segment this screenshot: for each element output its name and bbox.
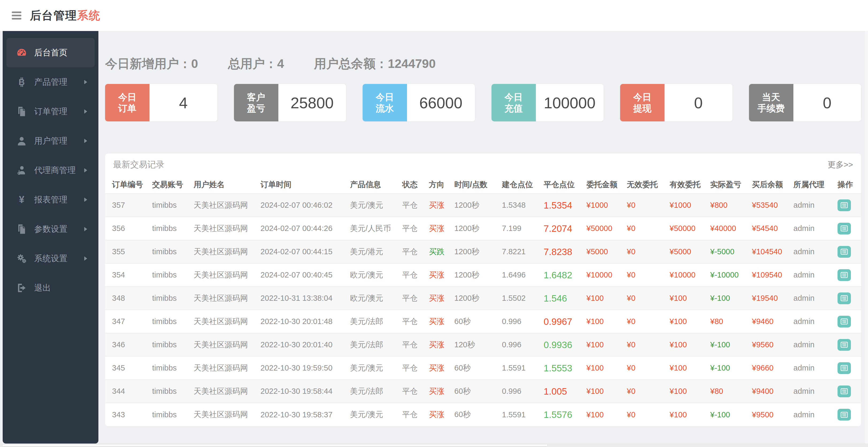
column-header-交易账号: 交易账号 xyxy=(145,176,187,194)
cell-profit: ¥40000 xyxy=(703,217,745,240)
sidebar-item-产品管理[interactable]: B 产品管理 xyxy=(6,67,95,97)
cell-duration: 1200秒 xyxy=(447,194,495,217)
cell-order-time: 2024-02-07 00:44:15 xyxy=(253,240,343,263)
cell-open-point: 1.5348 xyxy=(495,194,537,217)
panel-title: 最新交易记录 xyxy=(113,159,164,170)
detail-button[interactable] xyxy=(838,292,851,304)
cell-agent: admin xyxy=(786,380,831,403)
sidebar-item-系统设置[interactable]: 系统设置 xyxy=(6,244,95,273)
cell-account: timibbs xyxy=(145,217,187,240)
cell-agent: admin xyxy=(786,287,831,310)
column-header-实际盈亏: 实际盈亏 xyxy=(703,176,745,194)
cell-status: 平仓 xyxy=(395,240,422,263)
cell-direction: 买涨 xyxy=(422,310,447,333)
summary-card-value: 0 xyxy=(794,84,861,121)
sidebar-item-label: 退出 xyxy=(34,282,51,293)
stat-value: 4 xyxy=(277,57,284,71)
detail-button[interactable] xyxy=(838,316,851,327)
cell-open-point: 0.996 xyxy=(495,380,537,403)
cell-duration: 1200秒 xyxy=(447,240,495,263)
cell-order-id: 354 xyxy=(105,263,145,287)
cell-actions xyxy=(831,403,861,426)
cell-profit: ¥-100 xyxy=(703,356,745,380)
cell-balance: ¥9460 xyxy=(745,310,786,333)
column-header-建仓点位: 建仓点位 xyxy=(495,176,537,194)
cell-amount: ¥100 xyxy=(580,310,620,333)
column-header-委托金额: 委托金额 xyxy=(580,176,620,194)
copy-icon xyxy=(16,224,27,235)
detail-button[interactable] xyxy=(838,362,851,374)
cell-order-id: 355 xyxy=(105,240,145,263)
cell-profit: ¥-10000 xyxy=(703,263,745,287)
detail-button[interactable] xyxy=(838,223,851,234)
cell-balance: ¥9560 xyxy=(745,333,786,356)
more-link[interactable]: 更多>> xyxy=(828,159,853,170)
cell-profit: ¥800 xyxy=(703,194,745,217)
stat-item: 今日新增用户：0 xyxy=(105,56,198,72)
cell-close-point: 1.5576 xyxy=(537,403,580,426)
detail-button[interactable] xyxy=(838,339,851,351)
cell-balance: ¥9500 xyxy=(745,403,786,426)
detail-button[interactable] xyxy=(838,199,851,211)
horizontal-scrollbar-thumb[interactable] xyxy=(2,444,548,446)
sidebar-item-订单管理[interactable]: 订单管理 xyxy=(6,97,95,126)
cell-agent: admin xyxy=(786,217,831,240)
cell-status: 平仓 xyxy=(395,403,422,426)
table-row-345: 345timibbs天美社区源码网2022-10-30 19:59:50美元/澳… xyxy=(105,356,861,380)
cell-close-point: 1.5553 xyxy=(537,356,580,380)
cell-invalid-amount: ¥0 xyxy=(620,403,663,426)
cell-account: timibbs xyxy=(145,310,187,333)
app-title: 后台管理系统 xyxy=(30,8,100,23)
cell-direction: 买涨 xyxy=(422,194,447,217)
cell-close-point: 7.2074 xyxy=(537,217,580,240)
cell-open-point: 0.996 xyxy=(495,310,537,333)
cell-user-name: 天美社区源码网 xyxy=(187,194,253,217)
summary-card: 当天手续费 0 xyxy=(749,84,861,121)
sidebar-item-代理商管理[interactable]: 代理商管理 xyxy=(6,156,95,185)
column-header-所属代理: 所属代理 xyxy=(786,176,831,194)
cell-account: timibbs xyxy=(145,263,187,287)
column-header-产品信息: 产品信息 xyxy=(343,176,395,194)
sidebar-item-label: 用户管理 xyxy=(34,135,67,147)
cell-valid-amount: ¥100 xyxy=(663,356,703,380)
bitcoin-icon: B xyxy=(16,76,27,88)
summary-card-value: 66000 xyxy=(407,84,475,121)
cell-duration: 1200秒 xyxy=(447,287,495,310)
detail-button[interactable] xyxy=(838,409,851,420)
cell-balance: ¥9400 xyxy=(745,380,786,403)
cell-order-time: 2022-10-30 19:58:44 xyxy=(253,380,343,403)
cell-profit: ¥-100 xyxy=(703,287,745,310)
cell-order-time: 2022-10-30 19:58:37 xyxy=(253,403,343,426)
sidebar-item-用户管理[interactable]: 用户管理 xyxy=(6,126,95,156)
cell-direction: 买涨 xyxy=(422,403,447,426)
cell-amount: ¥50000 xyxy=(580,217,620,240)
vertical-scrollbar-track[interactable] xyxy=(865,31,868,444)
cell-open-point: 7.8221 xyxy=(495,240,537,263)
sidebar-item-label: 系统设置 xyxy=(34,253,67,264)
cell-balance: ¥104540 xyxy=(745,240,786,263)
cell-profit: ¥-5000 xyxy=(703,240,745,263)
cell-account: timibbs xyxy=(145,403,187,426)
cell-user-name: 天美社区源码网 xyxy=(187,380,253,403)
detail-button[interactable] xyxy=(838,385,851,397)
sidebar-item-退出[interactable]: 退出 xyxy=(6,273,95,302)
cell-direction: 买涨 xyxy=(422,263,447,287)
cell-status: 平仓 xyxy=(395,333,422,356)
detail-button[interactable] xyxy=(838,269,851,281)
copy-icon xyxy=(16,106,27,117)
sidebar-item-label: 订单管理 xyxy=(34,106,67,117)
horizontal-scrollbar-track[interactable] xyxy=(0,444,868,447)
cell-profit: ¥80 xyxy=(703,310,745,333)
agent-icon xyxy=(16,165,27,176)
hamburger-menu-icon[interactable] xyxy=(12,10,23,21)
column-header-买后余额: 买后余额 xyxy=(745,176,786,194)
table-header-row: 订单编号交易账号用户姓名订单时间产品信息状态方向时间/点数建仓点位平仓点位委托金… xyxy=(105,176,861,194)
sidebar-item-报表管理[interactable]: ¥ 报表管理 xyxy=(6,185,95,215)
cell-user-name: 天美社区源码网 xyxy=(187,356,253,380)
sidebar-item-后台首页[interactable]: 后台首页 xyxy=(6,38,95,67)
sidebar-item-参数设置[interactable]: 参数设置 xyxy=(6,215,95,244)
latest-trades-panel: 最新交易记录 更多>> 订单编号交易账号用户姓名订单时间产品信息状态方向时间/点… xyxy=(105,154,861,426)
detail-button[interactable] xyxy=(838,246,851,258)
summary-card-value: 4 xyxy=(150,84,217,121)
column-header-状态: 状态 xyxy=(395,176,422,194)
